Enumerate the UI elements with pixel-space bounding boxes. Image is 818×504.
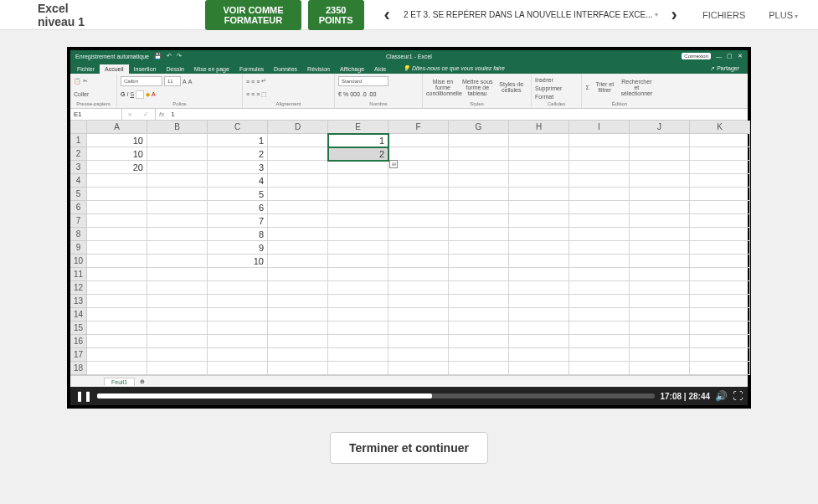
cell-B14[interactable] [147, 308, 208, 321]
thousands-icon[interactable]: 000 [350, 91, 360, 97]
cell-C10[interactable]: 10 [208, 255, 268, 268]
cell-I5[interactable] [569, 188, 630, 201]
bold-button[interactable]: G [121, 91, 125, 97]
cell-K18[interactable] [690, 362, 750, 375]
cell-I11[interactable] [569, 268, 630, 281]
dec-dec-icon[interactable]: .00 [368, 91, 377, 97]
cell-D7[interactable] [268, 214, 328, 228]
cell-J4[interactable] [630, 174, 690, 188]
autosum-icon[interactable]: Σ [586, 85, 589, 90]
cell-F10[interactable] [388, 255, 449, 268]
cell-G9[interactable] [449, 241, 509, 255]
prev-lesson-arrow[interactable]: ‹ [371, 4, 404, 26]
cell-D4[interactable] [268, 174, 328, 188]
points-button[interactable]: 2350 POINTS [308, 0, 364, 30]
row-header-3[interactable]: 3 [70, 161, 87, 174]
cell-C8[interactable]: 8 [208, 228, 268, 241]
cell-I1[interactable] [569, 134, 630, 147]
percent-icon[interactable]: % [343, 91, 348, 97]
col-header-C[interactable]: C [208, 121, 268, 134]
ribbon-tab-dessin[interactable]: Dessin [161, 64, 188, 74]
cell-B2[interactable] [147, 147, 208, 161]
next-lesson-arrow[interactable]: › [658, 4, 691, 26]
col-header-H[interactable]: H [509, 121, 569, 134]
cell-D10[interactable] [268, 255, 328, 268]
row-header-2[interactable]: 2 [70, 147, 87, 161]
italic-button[interactable]: I [126, 91, 128, 97]
cell-B12[interactable] [147, 281, 208, 295]
cell-D3[interactable] [268, 161, 328, 174]
cell-J1[interactable] [630, 134, 690, 147]
ribbon-tab-insertion[interactable]: Insertion [129, 64, 162, 74]
cell-K11[interactable] [690, 268, 750, 281]
ribbon-tab-accueil[interactable]: Accueil [100, 64, 129, 74]
cell-A17[interactable] [87, 348, 147, 362]
cell-G12[interactable] [449, 281, 509, 295]
name-box[interactable]: E1 [70, 109, 122, 120]
cell-K13[interactable] [690, 295, 750, 308]
cell-J3[interactable] [630, 161, 690, 174]
cell-E7[interactable] [328, 214, 388, 228]
cell-J8[interactable] [630, 228, 690, 241]
cell-H4[interactable] [509, 174, 569, 188]
cell-K7[interactable] [690, 214, 750, 228]
cell-I4[interactable] [569, 174, 630, 188]
delete-button[interactable]: Supprimer [535, 85, 562, 91]
ribbon-tab-fichier[interactable]: Fichier [72, 64, 100, 74]
find-select-button[interactable]: Rechercher et sélectionner [620, 79, 653, 96]
row-header-12[interactable]: 12 [70, 281, 87, 295]
select-all-corner[interactable] [70, 121, 87, 134]
cell-A2[interactable]: 10 [87, 147, 147, 161]
cell-H16[interactable] [509, 335, 569, 348]
cell-G8[interactable] [449, 228, 509, 241]
cell-E14[interactable] [328, 308, 388, 321]
cell-E9[interactable] [328, 241, 388, 255]
cell-E1[interactable]: 1 [328, 134, 388, 147]
cell-E5[interactable] [328, 188, 388, 201]
cell-F11[interactable] [388, 268, 449, 281]
cell-J7[interactable] [630, 214, 690, 228]
col-header-I[interactable]: I [569, 121, 630, 134]
cell-I14[interactable] [569, 308, 630, 321]
cell-H7[interactable] [509, 214, 569, 228]
cell-A15[interactable] [87, 321, 147, 335]
cell-H17[interactable] [509, 348, 569, 362]
cell-A16[interactable] [87, 335, 147, 348]
cell-J5[interactable] [630, 188, 690, 201]
cell-B11[interactable] [147, 268, 208, 281]
cell-C5[interactable]: 5 [208, 188, 268, 201]
decrease-font-icon[interactable]: A [188, 79, 193, 85]
border-button[interactable] [136, 90, 144, 99]
cell-H11[interactable] [509, 268, 569, 281]
align-top-icon[interactable]: ≡ [246, 79, 250, 85]
minimize-icon[interactable]: — [716, 54, 722, 59]
row-header-16[interactable]: 16 [70, 335, 87, 348]
ribbon-tab-données[interactable]: Données [269, 64, 302, 74]
merge-icon[interactable]: ⬚ [261, 91, 267, 98]
cell-K5[interactable] [690, 188, 750, 201]
cell-G1[interactable] [449, 134, 509, 147]
cell-F16[interactable] [388, 335, 449, 348]
cell-I2[interactable] [569, 147, 630, 161]
cell-B17[interactable] [147, 348, 208, 362]
cell-C1[interactable]: 1 [208, 134, 268, 147]
cell-K4[interactable] [690, 174, 750, 188]
cell-B9[interactable] [147, 241, 208, 255]
maximize-icon[interactable]: ▢ [727, 53, 733, 59]
cell-E4[interactable] [328, 174, 388, 188]
cell-F14[interactable] [388, 308, 449, 321]
font-color-button[interactable]: A [152, 91, 156, 97]
cell-F6[interactable] [388, 201, 449, 214]
format-button[interactable]: Format [535, 94, 553, 100]
cell-K1[interactable] [690, 134, 750, 147]
autofill-options-icon[interactable]: ⊞ [389, 160, 398, 168]
cell-C2[interactable]: 2 [208, 147, 268, 161]
col-header-J[interactable]: J [630, 121, 690, 134]
cell-A12[interactable] [87, 281, 147, 295]
cell-E6[interactable] [328, 201, 388, 214]
cell-A11[interactable] [87, 268, 147, 281]
increase-font-icon[interactable]: A [183, 79, 187, 85]
cell-K12[interactable] [690, 281, 750, 295]
cell-C4[interactable]: 4 [208, 174, 268, 188]
cell-E17[interactable] [328, 348, 388, 362]
